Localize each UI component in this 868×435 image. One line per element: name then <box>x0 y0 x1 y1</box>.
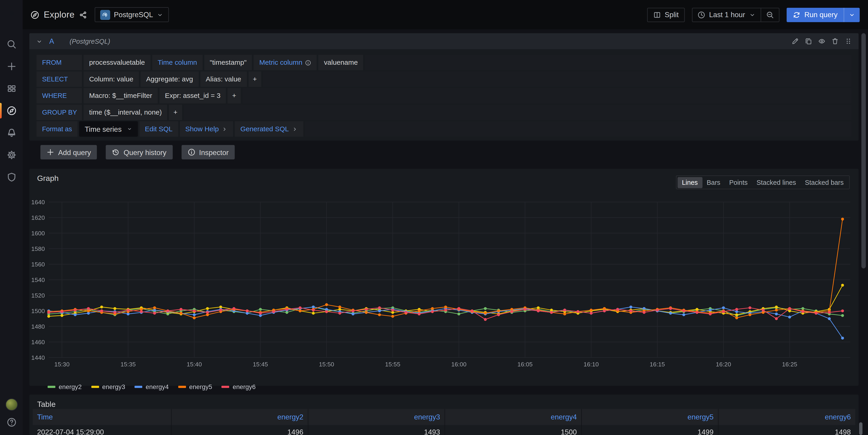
format-as-select[interactable]: Time series <box>79 121 138 137</box>
chevron-right-icon <box>291 126 298 132</box>
sidebar-item-create[interactable] <box>0 55 23 77</box>
query-row-group-by: GROUP BYtime ($__interval, none)+ <box>37 104 851 120</box>
add-part-button[interactable]: + <box>228 88 241 103</box>
query-row-header[interactable]: A (PostgreSQL) <box>29 33 859 49</box>
query-part-chip[interactable]: Macro: $__timeFilter <box>84 88 158 103</box>
run-query-dropdown[interactable] <box>843 7 860 22</box>
postgresql-icon <box>100 10 110 20</box>
format-links: Edit SQLShow HelpGenerated SQL <box>139 121 303 137</box>
show-help-link[interactable]: Show Help <box>180 121 233 137</box>
user-avatar[interactable] <box>5 398 18 410</box>
generated-sql-link[interactable]: Generated SQL <box>235 121 303 137</box>
table-header-energy3[interactable]: energy3 <box>308 409 444 425</box>
table-cell: 1493 <box>308 425 444 435</box>
legend-swatch <box>178 386 186 388</box>
table-header-energy4[interactable]: energy4 <box>444 409 581 425</box>
format-as-value: Time series <box>85 125 121 133</box>
trash-icon[interactable] <box>831 38 838 45</box>
format-as-row: Format as Time series Edit SQLShow HelpG… <box>37 121 851 137</box>
query-part-chip[interactable]: Metric column <box>254 55 317 70</box>
active-indicator <box>0 103 2 119</box>
svg-text:1480: 1480 <box>31 323 45 330</box>
run-query-label: Run query <box>804 10 838 19</box>
query-history-button[interactable]: Query history <box>106 145 173 159</box>
grafana-logo[interactable] <box>3 3 20 20</box>
drag-handle-icon[interactable] <box>845 38 852 45</box>
query-part-chip[interactable]: Expr: asset_id = 3 <box>159 88 226 103</box>
table-header-time[interactable]: Time <box>33 409 171 425</box>
svg-text:15:40: 15:40 <box>187 361 202 368</box>
legend-label: energy5 <box>189 383 212 390</box>
table-panel-title: Table <box>37 400 56 408</box>
table-header-energy5[interactable]: energy5 <box>581 409 718 425</box>
legend-item-energy6[interactable]: energy6 <box>222 383 256 390</box>
sidebar-item-server-admin[interactable] <box>0 166 23 188</box>
topbar: Explore PostgreSQL Split Last 1 hour <box>23 0 868 29</box>
plus-icon <box>46 149 54 156</box>
legend-item-energy4[interactable]: energy4 <box>135 383 169 390</box>
legend-item-energy5[interactable]: energy5 <box>178 383 212 390</box>
add-part-button[interactable]: + <box>248 71 261 87</box>
split-button[interactable]: Split <box>647 7 685 22</box>
eye-icon[interactable] <box>818 38 825 45</box>
sidebar-item-dashboards[interactable] <box>0 77 23 100</box>
legend-item-energy3[interactable]: energy3 <box>91 383 125 390</box>
legend-swatch <box>135 386 143 388</box>
query-part-chip[interactable]: time ($__interval, none) <box>84 104 167 120</box>
share-icon[interactable] <box>79 11 87 19</box>
time-range-label: Last 1 hour <box>709 10 745 19</box>
sidebar-item-explore[interactable] <box>0 100 23 122</box>
query-part-chip[interactable]: "timestamp" <box>204 55 252 70</box>
split-icon <box>653 11 661 19</box>
sidebar-item-alerting[interactable] <box>0 122 23 144</box>
copy-icon[interactable] <box>805 38 812 45</box>
graph-panel: Graph LinesBarsPointsStacked linesStacke… <box>29 169 859 386</box>
sidebar-item-configuration[interactable] <box>0 144 23 166</box>
query-row-label: WHERE <box>37 88 82 103</box>
explore-actions: Add query Query history Inspector <box>40 145 235 159</box>
add-part-button[interactable]: + <box>169 104 182 120</box>
svg-text:1600: 1600 <box>31 230 45 237</box>
query-part-chip[interactable]: valuename <box>318 55 363 70</box>
zoom-out-button[interactable] <box>761 8 779 21</box>
row-filler <box>184 104 851 120</box>
svg-text:15:30: 15:30 <box>55 361 70 368</box>
query-part-chip[interactable]: Time column <box>152 55 203 70</box>
query-part-chip[interactable]: processvaluetable <box>84 55 151 70</box>
query-part-chip[interactable]: Column: value <box>84 71 139 87</box>
query-part-chip[interactable]: Aggregate: avg <box>141 71 199 87</box>
table-cell: 1500 <box>444 425 581 435</box>
time-series-chart[interactable]: 1440146014801500152015401560158016001620… <box>29 182 859 370</box>
legend-item-energy2[interactable]: energy2 <box>48 383 82 390</box>
chevron-down-icon <box>157 11 163 18</box>
svg-text:1620: 1620 <box>31 214 45 221</box>
collapse-chevron-icon[interactable] <box>36 38 42 44</box>
chevron-right-icon <box>222 126 228 132</box>
query-row-label: FROM <box>37 55 82 70</box>
run-query-button[interactable]: Run query <box>786 7 843 22</box>
table-header-energy6[interactable]: energy6 <box>718 409 855 425</box>
edit-sql-link[interactable]: Edit SQL <box>139 121 178 137</box>
svg-text:1540: 1540 <box>31 277 45 283</box>
topbar-right: Split Last 1 hour Run query <box>647 7 860 22</box>
search-minus-icon <box>766 11 774 19</box>
datasource-picker[interactable]: PostgreSQL <box>94 7 169 22</box>
time-range-picker[interactable]: Last 1 hour <box>692 8 761 21</box>
table-cell: 1498 <box>718 425 855 435</box>
sidebar-item-search[interactable] <box>0 33 23 55</box>
svg-text:1460: 1460 <box>31 339 45 346</box>
chart-legend: energy2energy3energy4energy5energy6 <box>48 383 256 390</box>
query-part-chip[interactable]: Alias: value <box>200 71 247 87</box>
page-scrollbar-thumb[interactable] <box>861 33 866 268</box>
split-label: Split <box>665 10 679 19</box>
caret-down-icon <box>127 126 132 132</box>
table-scrollbar-thumb[interactable] <box>859 422 863 435</box>
edit-icon[interactable] <box>792 38 799 45</box>
inspector-button[interactable]: Inspector <box>181 145 235 159</box>
table-header-row: Timeenergy2energy3energy4energy5energy6 <box>33 409 855 425</box>
explore-header: Explore <box>30 10 87 20</box>
sidebar-item-help[interactable] <box>0 414 23 431</box>
add-query-button[interactable]: Add query <box>40 145 97 159</box>
table-header-energy2[interactable]: energy2 <box>171 409 308 425</box>
svg-text:15:45: 15:45 <box>253 361 268 368</box>
